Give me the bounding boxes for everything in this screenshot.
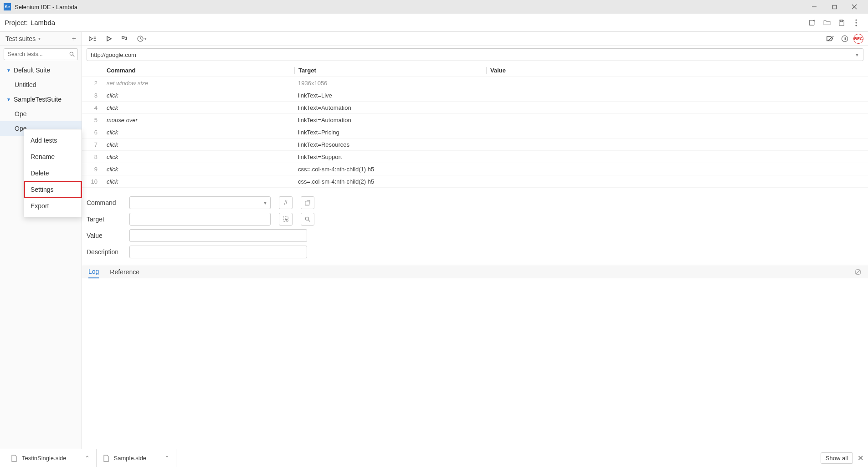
search-icon[interactable] [69,51,75,57]
open-new-window-button[interactable] [301,196,314,209]
speed-button[interactable]: ▾ [136,33,148,45]
test-item[interactable]: Ope [0,107,82,121]
editor-command-label: Command [87,199,123,206]
svg-line-21 [140,39,142,39]
steps-grid[interactable]: 2set window size1936x10563clicklinkText=… [82,77,868,188]
chevron-up-icon[interactable]: ⌃ [85,455,90,462]
triangle-down-icon: ▼ [6,97,11,102]
editor-description-input[interactable] [129,246,307,258]
editor-target-label: Target [87,216,123,223]
svg-point-11 [70,52,73,55]
step-row[interactable]: 4clicklinkText=Automation [82,102,868,114]
tab-log[interactable]: Log [88,266,99,278]
suite-default[interactable]: ▼Default Suite [0,63,82,77]
step-row[interactable]: 6clicklinkText=Pricing [82,126,868,139]
log-body [82,278,868,449]
step-target: linkText=Resources [294,141,486,148]
find-target-button[interactable] [301,213,314,226]
select-target-button[interactable] [279,213,293,226]
editor-target-input[interactable] [129,213,271,226]
step-command: click [103,129,294,136]
chevron-down-icon: ▼ [263,200,267,205]
editor-command-input[interactable]: ▼ [129,196,271,209]
search-input[interactable] [4,48,78,60]
test-untitled[interactable]: Untitled [0,77,82,92]
document-icon [103,455,109,462]
suite-label: SampleTestSuite [14,96,62,103]
document-icon [11,455,17,462]
open-project-icon[interactable] [820,15,834,30]
editor-value-input[interactable] [129,229,307,242]
step-row[interactable]: 2set window size1936x1056 [82,77,868,89]
show-all-button[interactable]: Show all [821,452,853,464]
titlebar: Se Selenium IDE - Lambda [0,0,868,14]
step-row[interactable]: 10clickcss=.col-sm-4:nth-child(2) h5 [82,175,868,188]
menu-item-add-tests[interactable]: Add tests [24,132,82,149]
step-target: css=.col-sm-4:nth-child(2) h5 [294,178,486,185]
project-name: Lambda [31,19,55,26]
svg-line-12 [73,55,75,57]
log-tabs: Log Reference [82,265,868,278]
footer-file-2[interactable]: Sample.side ⌃ [97,449,177,467]
col-command: Command [103,67,294,74]
footer-file-1[interactable]: TestinSingle.side ⌃ [5,449,97,467]
new-project-icon[interactable] [805,15,820,30]
toggle-comment-button[interactable]: // [279,196,293,209]
clear-log-icon[interactable] [854,268,862,276]
add-suite-icon[interactable]: + [72,35,76,43]
suite-label: Default Suite [14,67,50,74]
pause-button[interactable] [839,33,851,45]
svg-rect-18 [122,36,124,38]
window-title: Selenium IDE - Lambda [15,4,804,10]
menu-item-delete[interactable]: Delete [24,165,82,181]
step-target: linkText=Automation [294,104,486,111]
step-number: 7 [82,141,103,148]
col-value: Value [487,67,868,74]
close-footer-icon[interactable]: ✕ [858,454,863,462]
close-button[interactable] [844,0,864,14]
maximize-button[interactable] [824,0,844,14]
sidebar-dropdown[interactable]: Test suites ▾ + [0,32,82,46]
minimize-button[interactable] [804,0,824,14]
step-row[interactable]: 7clicklinkText=Resources [82,139,868,151]
step-command: mouse over [103,117,294,123]
menu-item-export[interactable]: Export [24,198,82,214]
step-row[interactable]: 5mouse overlinkText=Automation [82,114,868,126]
step-row[interactable]: 9clickcss=.col-sm-4:nth-child(1) h5 [82,163,868,175]
record-button[interactable]: REC [853,34,863,44]
app-icon: Se [4,3,11,10]
svg-line-32 [856,270,860,274]
test-tree: ▼Default Suite Untitled ▼SampleTestSuite… [0,63,82,449]
tab-reference[interactable]: Reference [110,266,139,278]
base-url-input[interactable]: http://google.com ▼ [87,48,863,61]
step-command: click [103,154,294,160]
run-all-button[interactable] [87,33,98,45]
svg-point-24 [842,36,847,41]
step-target: 1936x1056 [294,80,486,87]
svg-rect-4 [809,20,814,25]
step-command: click [103,92,294,99]
menu-item-settings[interactable]: Settings [24,181,82,198]
chevron-down-icon[interactable]: ▼ [855,52,859,57]
run-button[interactable] [103,33,115,45]
step-row[interactable]: 8clicklinkText=Support [82,151,868,163]
step-row[interactable]: 3clicklinkText=Live [82,89,868,102]
save-project-icon[interactable] [834,15,849,30]
step-target: linkText=Automation [294,117,486,123]
more-menu-icon[interactable] [849,15,863,30]
triangle-down-icon: ▼ [6,68,11,73]
svg-point-8 [855,19,857,21]
project-label: Project: [5,19,28,26]
sidebar: Test suites ▾ + ▼Default Suite Untitled … [0,32,82,449]
step-number: 10 [82,178,103,185]
svg-line-30 [308,220,310,222]
suite-sampletestsuite[interactable]: ▼SampleTestSuite [0,92,82,107]
step-target: linkText=Pricing [294,129,486,136]
menu-item-rename[interactable]: Rename [24,149,82,165]
chevron-up-icon[interactable]: ⌃ [164,455,169,462]
step-command: set window size [103,80,294,87]
step-button[interactable] [119,33,131,45]
step-number: 9 [82,166,103,173]
disable-breakpoints-button[interactable] [824,33,836,45]
project-bar: Project: Lambda [0,14,868,32]
